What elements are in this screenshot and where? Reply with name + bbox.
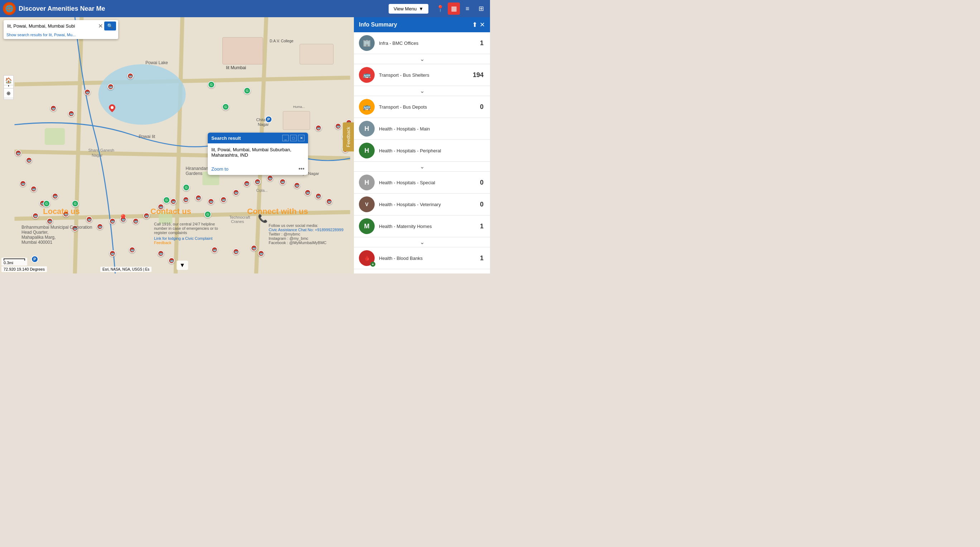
locate-us-icon: 📍 bbox=[118, 214, 128, 223]
bus-pin[interactable]: 🚌 bbox=[107, 83, 114, 90]
popup-minimize-button[interactable]: _ bbox=[282, 135, 289, 141]
green-pin[interactable]: G bbox=[163, 196, 170, 204]
bus-pin[interactable]: 🚌 bbox=[143, 212, 150, 219]
info-row-hospitals-special[interactable]: H Health - Hospitals - Special 0 bbox=[354, 172, 490, 194]
bus-pin[interactable]: 🚌 bbox=[46, 218, 53, 224]
green-pin[interactable]: G bbox=[208, 81, 215, 88]
bus-pin[interactable]: 🚌 bbox=[158, 250, 164, 257]
bus-pin[interactable]: 🚌 bbox=[129, 247, 135, 253]
bus-pin[interactable]: 🚌 bbox=[15, 150, 21, 156]
bus-pin[interactable]: 🚌 bbox=[220, 196, 227, 203]
bus-pin[interactable]: 🚌 bbox=[170, 198, 177, 205]
scroll-down-button[interactable]: ▼ bbox=[177, 261, 188, 270]
bus-shelters-expand-button[interactable]: ⌄ bbox=[420, 88, 425, 94]
home-button[interactable]: 🏠 bbox=[3, 75, 14, 85]
green-pin[interactable]: G bbox=[243, 87, 251, 94]
info-row-blood-banks[interactable]: 🩸 + Health - Blood Banks 1 bbox=[354, 247, 490, 269]
social-instagram: Instagram : @my_bmc bbox=[269, 236, 344, 241]
compass[interactable]: ⊕ bbox=[3, 88, 14, 98]
bus-pin[interactable]: 🚌 bbox=[315, 193, 321, 199]
search-input[interactable] bbox=[6, 22, 97, 30]
bus-pin[interactable]: 🚌 bbox=[267, 175, 273, 181]
bus-pin[interactable]: 🚌 bbox=[254, 179, 261, 185]
list-header-button[interactable]: ≡ bbox=[461, 3, 474, 15]
bus-pin[interactable]: 🚌 bbox=[258, 250, 264, 257]
layers-header-button[interactable]: ▦ bbox=[448, 3, 460, 15]
bus-depots-icon: 🚌 bbox=[359, 99, 375, 115]
bus-pin[interactable]: 🚌 bbox=[183, 196, 189, 203]
bmc-offices-expand-button[interactable]: ⌄ bbox=[420, 56, 425, 62]
hospitals-main-label: Health - Hospitals - Main bbox=[379, 126, 484, 132]
bus-pin[interactable]: 🚌 bbox=[243, 180, 250, 187]
blood-banks-expand-button[interactable]: ⌄ bbox=[420, 271, 425, 273]
location-pin-header-button[interactable]: 📍 bbox=[434, 3, 446, 15]
parking-pin[interactable]: P bbox=[31, 255, 38, 263]
contact-line3: Mahapalika Marg, bbox=[21, 235, 92, 240]
bus-pin[interactable]: 🚌 bbox=[195, 195, 202, 201]
bus-pin[interactable]: 🚌 bbox=[109, 218, 116, 224]
chevron-down-icon: ▼ bbox=[419, 6, 423, 11]
info-row-bus-depots[interactable]: 🚌 Transport - Bus Depots 0 bbox=[354, 96, 490, 118]
green-pin[interactable]: G bbox=[72, 200, 79, 207]
hospitals-peripheral-expand-button[interactable]: ⌄ bbox=[420, 163, 425, 170]
popup-close-button[interactable]: ✕ bbox=[298, 135, 304, 141]
green-pin[interactable]: G bbox=[43, 200, 50, 207]
bus-pin[interactable]: 🚌 bbox=[50, 105, 57, 112]
bus-pin[interactable]: 🚌 bbox=[335, 123, 341, 129]
bus-pin[interactable]: 🚌 bbox=[97, 223, 103, 230]
bus-pin[interactable]: 🚌 bbox=[132, 218, 139, 224]
view-menu-button[interactable]: View Menu ▼ bbox=[389, 4, 428, 14]
bus-pin[interactable]: 🚌 bbox=[20, 180, 26, 187]
search-button[interactable]: 🔍 bbox=[104, 22, 116, 30]
clear-search-button[interactable]: ✕ bbox=[98, 22, 103, 29]
grid-header-button[interactable]: ⊞ bbox=[475, 3, 487, 15]
bus-pin[interactable]: 🚌 bbox=[233, 249, 239, 255]
popup-expand-button[interactable]: □ bbox=[290, 135, 297, 141]
bus-pin[interactable]: 🚌 bbox=[26, 157, 32, 163]
bus-pin[interactable]: 🚌 bbox=[169, 257, 175, 264]
hospitals-veterinary-count: 0 bbox=[480, 201, 484, 208]
bus-pin[interactable]: 🚌 bbox=[326, 198, 332, 205]
parking-pin[interactable]: P bbox=[265, 116, 272, 123]
bus-pin[interactable]: 🚌 bbox=[279, 179, 286, 185]
bus-pin[interactable]: 🚌 bbox=[211, 247, 218, 253]
more-options-button[interactable]: ••• bbox=[298, 166, 304, 172]
bus-pin[interactable]: 🚌 bbox=[84, 89, 91, 95]
bus-pin[interactable]: 🚌 bbox=[294, 182, 300, 188]
bus-pin[interactable]: 🚌 bbox=[251, 245, 257, 251]
panel-scroll-area[interactable]: 🏢 Infra - BMC Offices 1 ⌄ 🚌 Transport - … bbox=[354, 32, 490, 273]
green-pin[interactable]: G bbox=[183, 184, 190, 191]
map-area[interactable]: Iit Mumbai Powai Iit D.A.V. College Hira… bbox=[0, 17, 364, 273]
info-row-hospitals-veterinary[interactable]: V Health - Hospitals - Veterinary 0 bbox=[354, 194, 490, 215]
contact-line2: Head Quarter, bbox=[21, 230, 92, 235]
panel-collapse-button[interactable]: ⬆ bbox=[472, 21, 477, 29]
bus-pin[interactable]: 🚌 bbox=[233, 189, 239, 196]
bus-pin[interactable]: 🚌 bbox=[86, 216, 92, 223]
complaint-link[interactable]: Link for lodging a Civic Complaint bbox=[154, 236, 226, 241]
maternity-homes-expand-button[interactable]: ⌄ bbox=[420, 239, 425, 246]
blood-banks-chevron-row: ⌄ bbox=[354, 269, 490, 273]
bus-pin[interactable]: 🚌 bbox=[68, 110, 75, 117]
info-row-hospitals-main[interactable]: H Health - Hospitals - Main bbox=[354, 118, 490, 140]
bus-pin[interactable]: 🚌 bbox=[52, 193, 58, 199]
feedback-link[interactable]: Feedback bbox=[154, 241, 226, 245]
bus-pin[interactable]: 🚌 bbox=[315, 125, 321, 131]
bus-pin[interactable]: 🚌 bbox=[30, 186, 37, 192]
bus-pin[interactable]: 🚌 bbox=[127, 73, 134, 79]
search-hint[interactable]: Show search results for Iit, Powai, Mu..… bbox=[3, 32, 118, 39]
info-row-bmc-offices[interactable]: 🏢 Infra - BMC Offices 1 bbox=[354, 32, 490, 54]
bus-pin[interactable]: 🚌 bbox=[208, 198, 214, 205]
info-row-hospitals-peripheral[interactable]: H Health - Hospitals - Peripheral bbox=[354, 140, 490, 162]
green-pin[interactable]: G bbox=[222, 103, 229, 110]
feedback-tab[interactable]: Feedback bbox=[343, 122, 354, 151]
bus-pin[interactable]: 🚌 bbox=[304, 189, 311, 196]
bus-pin[interactable]: 🚌 bbox=[32, 212, 39, 219]
svg-text:Nagar: Nagar bbox=[92, 153, 103, 157]
hospitals-special-icon: H bbox=[359, 175, 375, 190]
info-row-maternity-homes[interactable]: M Health - Maternity Homes 1 bbox=[354, 215, 490, 237]
bus-pin[interactable]: 🚌 bbox=[109, 250, 116, 257]
zoom-to-link[interactable]: Zoom to bbox=[211, 166, 229, 172]
green-pin[interactable]: G bbox=[204, 211, 211, 218]
info-row-bus-shelters[interactable]: 🚌 Transport - Bus Shelters 194 bbox=[354, 64, 490, 86]
panel-close-button[interactable]: ✕ bbox=[480, 21, 485, 29]
